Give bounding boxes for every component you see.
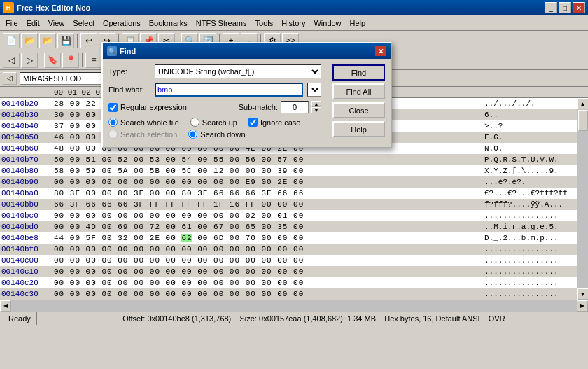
search-up-radio[interactable] bbox=[190, 118, 200, 127]
search-selection-row: Search selection bbox=[108, 130, 177, 139]
help-dialog-button[interactable]: Help bbox=[332, 121, 385, 137]
dialog-title-bar: 🔍 Find ✕ bbox=[103, 43, 391, 59]
sub-match-up[interactable]: ▲ bbox=[312, 101, 321, 107]
find-history-select[interactable] bbox=[307, 83, 321, 97]
search-selection-radio[interactable] bbox=[108, 130, 118, 139]
type-row: Type: UNICODE String (wchar_t[]) bbox=[108, 64, 321, 78]
ignore-case-row: Ignore case bbox=[248, 118, 300, 127]
close-dialog-button[interactable]: Close bbox=[332, 102, 385, 118]
search-whole-file-radio[interactable] bbox=[108, 118, 118, 127]
sub-match-down[interactable]: ▼ bbox=[312, 107, 321, 113]
search-whole-file-row: Search whole file bbox=[108, 118, 179, 127]
search-options-row: Search whole file Search up Ignore case bbox=[108, 118, 321, 127]
search-options-row-2: Search selection Search down bbox=[108, 130, 321, 139]
find-what-input[interactable] bbox=[155, 83, 303, 97]
regex-checkbox[interactable] bbox=[108, 103, 118, 112]
dialog-body: Type: UNICODE String (wchar_t[]) Find wh… bbox=[103, 59, 391, 147]
dialog-close-button[interactable]: ✕ bbox=[375, 46, 386, 56]
find-what-label: Find what: bbox=[108, 85, 150, 94]
sub-match-label: Sub-match: bbox=[239, 103, 278, 111]
sub-match-spinner: ▲ ▼ bbox=[312, 101, 321, 113]
find-button[interactable]: Find bbox=[332, 64, 385, 81]
search-up-row: Search up bbox=[190, 118, 237, 127]
search-down-radio[interactable] bbox=[188, 130, 197, 139]
sub-match-input[interactable] bbox=[281, 101, 309, 113]
find-what-row: Find what: bbox=[108, 83, 321, 97]
type-label: Type: bbox=[108, 67, 150, 76]
dialog-title-text: Find bbox=[120, 47, 136, 55]
type-select[interactable]: UNICODE String (wchar_t[]) bbox=[155, 64, 321, 78]
find-all-button[interactable]: Find All bbox=[332, 83, 385, 99]
dialog-overlay: 🔍 Find ✕ Type: UNICODE String (wchar_t[]… bbox=[0, 0, 588, 369]
ignore-case-label: Ignore case bbox=[260, 118, 300, 127]
regex-label: Regular expression bbox=[120, 103, 187, 111]
ignore-case-checkbox[interactable] bbox=[248, 118, 258, 127]
find-dialog: 🔍 Find ✕ Type: UNICODE String (wchar_t[]… bbox=[102, 42, 392, 148]
search-down-row: Search down bbox=[188, 130, 245, 139]
dialog-icon: 🔍 bbox=[107, 46, 117, 56]
dialog-left-panel: Type: UNICODE String (wchar_t[]) Find wh… bbox=[108, 64, 321, 141]
search-whole-file-label: Search whole file bbox=[120, 118, 179, 127]
search-down-label: Search down bbox=[200, 130, 245, 139]
search-selection-label: Search selection bbox=[120, 130, 177, 139]
dialog-buttons: Find Find All Close Help bbox=[332, 64, 385, 141]
regex-row: Regular expression Sub-match: ▲ ▼ bbox=[108, 101, 321, 113]
search-up-label: Search up bbox=[202, 118, 237, 127]
